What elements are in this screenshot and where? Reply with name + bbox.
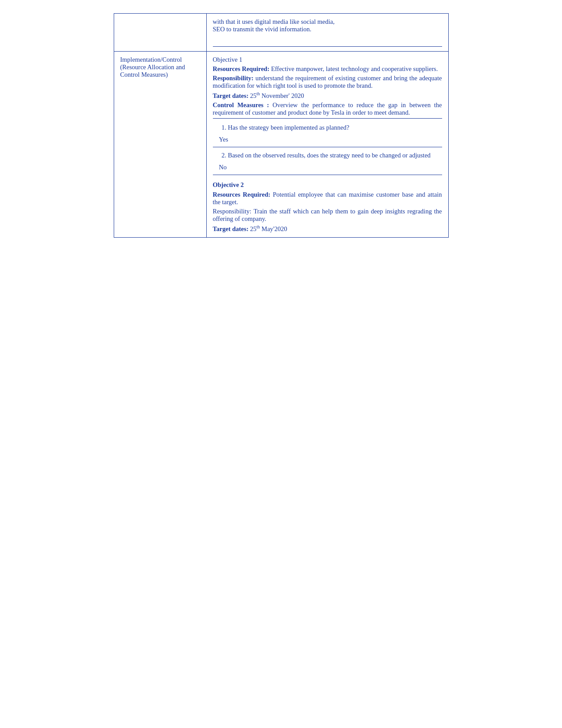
q2-question: 2. Based on the observed results, does t… [213, 152, 442, 159]
q2-text: Based on the observed results, does the … [228, 152, 431, 159]
q2-answer: No [219, 164, 442, 171]
q1-block: 1. Has the strategy been implemented as … [213, 124, 442, 147]
obj1-target: Target dates: 25th November' 2020 [213, 91, 442, 100]
intro-left-cell [114, 14, 206, 52]
page: with that it uses digital media like soc… [114, 13, 449, 238]
obj2-resp-label: Responsibility: [213, 208, 252, 215]
obj1-resp-label: Responsibility: [213, 75, 254, 82]
obj1-target-sup: th [257, 91, 260, 96]
impl-left-cell: Implementation/Control (Resource Allocat… [114, 52, 206, 238]
q1-answer: Yes [219, 136, 442, 143]
obj1-control-label: Control Measures : [213, 101, 269, 108]
obj1-target-label: Target dates: [213, 92, 249, 99]
obj1-target-date: 25 [250, 92, 257, 99]
obj2-target: Target dates: 25th May'2020 [213, 224, 442, 233]
intro-right-cell: with that it uses digital media like soc… [206, 14, 448, 52]
obj2-heading: Objective 2 [213, 181, 442, 189]
q2-block: 2. Based on the observed results, does t… [213, 152, 442, 175]
control-label-left: Control Measures) [120, 71, 200, 78]
intro-line1: with that it uses digital media like soc… [213, 18, 442, 26]
obj2-section: Objective 2 Resources Required: Potentia… [213, 181, 442, 233]
obj2-target-label: Target dates: [213, 225, 249, 232]
obj1-resources-label: Resources Required: [213, 65, 270, 72]
impl-label: Implementation/Control [120, 56, 200, 63]
obj2-resources-label: Resources Required: [213, 191, 271, 198]
obj2-responsibility: Responsibility: Train the staff which ca… [213, 208, 442, 223]
obj1-control: Control Measures : Overview the performa… [213, 101, 442, 116]
obj2-target-sup: th [257, 224, 260, 229]
intro-line2: SEO to transmit the vivid information. [213, 26, 442, 33]
q1-text: Has the strategy been implemented as pla… [228, 124, 349, 131]
impl-row: Implementation/Control (Resource Allocat… [114, 52, 448, 238]
obj1-resources-text: Effective manpower, latest technology an… [269, 65, 438, 72]
obj1-responsibility: Responsibility: understand the requireme… [213, 75, 442, 90]
divider1 [213, 118, 442, 119]
obj1-target-rest: November' 2020 [260, 92, 304, 99]
q1-question: 1. Has the strategy been implemented as … [213, 124, 442, 131]
main-table: with that it uses digital media like soc… [114, 13, 449, 238]
obj1-heading: Objective 1 [213, 56, 442, 63]
q1-num: 1. [222, 124, 227, 131]
obj2-resources: Resources Required: Potential employee t… [213, 191, 442, 206]
q2-num: 2. [222, 152, 227, 159]
obj1-resources: Resources Required: Effective manpower, … [213, 65, 442, 73]
impl-right-cell: Objective 1 Resources Required: Effectiv… [206, 52, 448, 238]
resource-label: (Resource Allocation and [120, 63, 200, 71]
intro-row: with that it uses digital media like soc… [114, 14, 448, 52]
obj2-target-date: 25 [250, 225, 257, 232]
obj2-target-rest: May'2020 [260, 225, 287, 232]
